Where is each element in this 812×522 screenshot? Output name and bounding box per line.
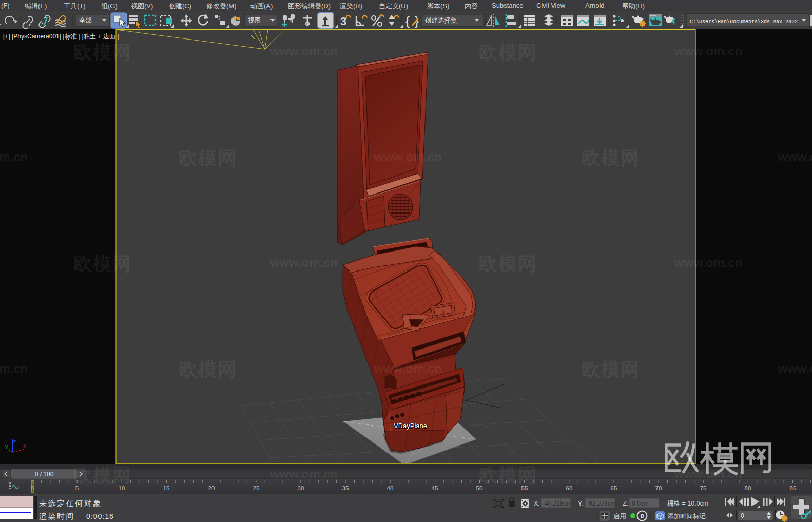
svg-text:50: 50 (476, 485, 483, 491)
svg-text:添加时间标记: 添加时间标记 (667, 513, 706, 520)
svg-text:-62.273cm: -62.273cm (587, 500, 616, 507)
svg-text:0: 0 (31, 485, 34, 491)
svg-text:15: 15 (163, 485, 170, 491)
svg-text:全部: 全部 (79, 17, 92, 24)
svg-text:Y:: Y: (578, 500, 584, 507)
svg-text:x: x (23, 442, 26, 449)
svg-text:20: 20 (208, 485, 215, 491)
svg-text:X:: X: (534, 500, 540, 507)
svg-text:创建选择集: 创建选择集 (424, 17, 457, 24)
svg-text:5: 5 (75, 485, 79, 491)
svg-text:z: z (13, 438, 16, 444)
svg-text:{: { (405, 14, 410, 28)
svg-text:y: y (5, 443, 8, 449)
svg-text:3: 3 (340, 15, 346, 28)
svg-text:C:\Users\Han\Documents\3ds Max: C:\Users\Han\Documents\3ds Max 2022 (690, 19, 798, 25)
svg-text:Z:: Z: (623, 500, 628, 507)
svg-text:栅格 = 10.0cm: 栅格 = 10.0cm (667, 500, 708, 507)
svg-text:启用:: 启用: (613, 513, 628, 520)
svg-text:10: 10 (119, 485, 125, 491)
svg-text:0: 0 (741, 512, 744, 519)
svg-text:55: 55 (521, 485, 528, 491)
svg-text:70: 70 (655, 485, 662, 491)
svg-text:45: 45 (432, 485, 438, 491)
svg-text:75: 75 (700, 485, 707, 491)
svg-text:未选定任何对象: 未选定任何对象 (39, 499, 102, 508)
svg-text:60: 60 (566, 485, 573, 491)
svg-text:40: 40 (387, 485, 394, 491)
svg-text:渲染时间: 渲染时间 (39, 512, 75, 520)
svg-text:30: 30 (298, 485, 304, 491)
svg-text:80: 80 (745, 485, 751, 491)
svg-text:视图: 视图 (248, 17, 261, 24)
svg-text:25: 25 (253, 485, 260, 491)
svg-text:0.0cm: 0.0cm (632, 500, 649, 507)
svg-text:0 / 100: 0 / 100 (35, 471, 54, 478)
svg-text:-40.218cm: -40.218cm (543, 500, 572, 507)
svg-text:35: 35 (342, 485, 349, 491)
svg-text:65: 65 (611, 485, 617, 491)
svg-text:0: 0 (641, 513, 644, 520)
svg-text:0:00:16: 0:00:16 (86, 512, 114, 520)
svg-text:85: 85 (790, 485, 797, 491)
